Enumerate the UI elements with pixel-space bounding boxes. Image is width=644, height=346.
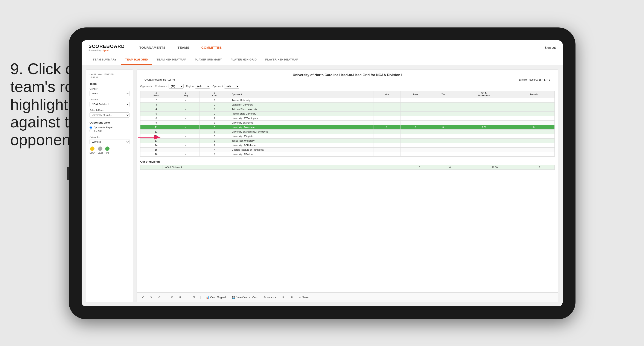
table-cell: 6 — [140, 111, 172, 116]
col-diff: Diff AvStrokes/Rnd — [455, 91, 513, 98]
out-of-div-row[interactable]: NCAA Division II 1 0 0 26.00 3 — [140, 165, 555, 170]
paste-btn[interactable]: ⊞ — [178, 295, 183, 300]
opponents-played-radio[interactable] — [90, 126, 92, 129]
share-btn[interactable]: ↗ Share — [297, 295, 310, 300]
table-cell: 3 — [200, 121, 230, 125]
table-cell — [431, 139, 455, 143]
watch-btn[interactable]: 👁 Watch ▾ — [262, 295, 278, 300]
table-cell — [400, 152, 431, 157]
table-cell: - — [172, 134, 200, 139]
undo-btn[interactable]: ↶ — [140, 295, 146, 300]
table-cell — [431, 121, 455, 125]
colour-by-select[interactable]: Win/loss — [90, 139, 130, 144]
overall-record-value: 89 - 17 - 0 — [163, 78, 175, 81]
region-filter-select[interactable]: (All) — [195, 84, 210, 89]
table-cell — [374, 107, 400, 111]
division-record-label: Division Record: — [519, 78, 538, 81]
sub-nav-team-h2h-grid[interactable]: TEAM H2H GRID — [121, 55, 152, 65]
gender-select[interactable]: Men's — [90, 91, 130, 96]
reset-btn[interactable]: ↺ — [156, 295, 162, 300]
opponent-view-section: Opponent View Opponents Played Top 100 — [90, 121, 130, 132]
table-cell: - — [172, 107, 200, 111]
table-row[interactable]: 12-3University of Virginia — [140, 134, 555, 139]
sub-nav-player-h2h-grid[interactable]: PLAYER H2H GRID — [226, 55, 261, 65]
table-row[interactable]: 4-1Arizona State University — [140, 107, 555, 111]
screen-btn[interactable]: 🖥 — [280, 295, 286, 300]
division-label: Division — [90, 98, 130, 101]
last-updated: Last Updated: 27/03/202416:55:38 — [90, 73, 130, 79]
table-cell — [431, 102, 455, 107]
table-row[interactable]: 9-3University of Arizona — [140, 121, 555, 125]
gender-label: Gender — [90, 87, 130, 90]
opponent-filter-select[interactable]: (All) — [224, 84, 239, 89]
out-of-div-label — [140, 165, 163, 170]
opponent-name-cell: University of Washington — [230, 116, 374, 121]
h2h-tbody: 2-1Auburn University3-2Vanderbilt Univer… — [140, 98, 555, 157]
opponent-name-cell: Vanderbilt University — [230, 102, 374, 107]
table-cell: - — [172, 139, 200, 143]
table-cell — [513, 152, 554, 157]
table-row[interactable]: 2-1Auburn University — [140, 98, 555, 102]
redo-btn[interactable]: ↷ — [148, 295, 154, 300]
sub-nav-team-h2h-heatmap[interactable]: TEAM H2H HEATMAP — [152, 55, 190, 65]
save-custom-view-btn[interactable]: 💾 Save Custom View — [230, 295, 260, 300]
sub-nav-team-summary[interactable]: TEAM SUMMARY — [88, 55, 121, 65]
table-cell: 2.61 — [455, 125, 513, 130]
table-cell — [374, 116, 400, 121]
table-cell — [513, 102, 554, 107]
table-cell — [455, 98, 513, 102]
division-record-value: 88 - 17 - 0 — [538, 78, 550, 81]
table-cell: 12 — [140, 134, 172, 139]
top100-radio[interactable] — [90, 130, 92, 132]
out-of-div-name: NCAA Division II — [163, 165, 374, 170]
conference-filter-select[interactable]: (All) — [168, 84, 184, 89]
table-cell — [513, 134, 554, 139]
table-row[interactable]: 8-2University of Washington — [140, 116, 555, 121]
table-row[interactable]: 13-1Texas Tech University — [140, 139, 555, 143]
table-cell — [431, 130, 455, 134]
table-row[interactable]: 11-5University of Alabama3002.618 — [140, 125, 555, 130]
table-cell — [455, 139, 513, 143]
division-record: Division Record: 88 - 17 - 0 — [519, 78, 550, 81]
grid-btn[interactable]: ⊞ — [289, 295, 294, 300]
table-cell — [374, 143, 400, 148]
tablet-screen: SCOREBOARD Powered by clippd TOURNAMENTS… — [82, 40, 562, 306]
table-row[interactable]: 11-6University of Arkansas, Fayetteville — [140, 130, 555, 134]
table-cell: - — [172, 116, 200, 121]
opponents-played-option[interactable]: Opponents Played — [90, 126, 130, 129]
table-cell — [513, 98, 554, 102]
table-cell — [455, 102, 513, 107]
copy-btn[interactable]: ⧉ — [170, 295, 175, 300]
table-cell — [374, 121, 400, 125]
table-cell — [374, 152, 400, 157]
view-original-btn[interactable]: 📊 View: Original — [204, 295, 228, 300]
opponent-name-cell: Florida State University — [230, 111, 374, 116]
clock-btn[interactable]: ⏱ — [191, 295, 197, 300]
table-cell — [431, 111, 455, 116]
table-cell: 14 — [140, 143, 172, 148]
table-row[interactable]: 3-2Vanderbilt University — [140, 102, 555, 107]
nav-committee[interactable]: COMMITTEE — [196, 40, 228, 55]
table-cell: 2 — [200, 111, 230, 116]
table-cell — [431, 143, 455, 148]
nav-tournaments[interactable]: TOURNAMENTS — [133, 40, 172, 55]
division-select[interactable]: NCAA Division I — [90, 102, 130, 107]
table-row[interactable]: 15-4Georgia Institute of Technology — [140, 148, 555, 152]
table-cell — [431, 134, 455, 139]
school-select[interactable]: University of Nort... — [90, 112, 130, 118]
sub-nav-player-summary[interactable]: PLAYER SUMMARY — [190, 55, 226, 65]
nav-teams[interactable]: TEAMS — [172, 40, 196, 55]
table-cell: - — [172, 121, 200, 125]
out-of-division-table: NCAA Division II 1 0 0 26.00 3 — [140, 165, 555, 170]
col-reg: #Reg — [172, 91, 200, 98]
table-row[interactable]: 14-2University of Oklahoma — [140, 143, 555, 148]
table-cell: 9 — [140, 121, 172, 125]
table-row[interactable]: 16-1University of Florida — [140, 152, 555, 157]
sub-nav-player-h2h-heatmap[interactable]: PLAYER H2H HEATMAP — [261, 55, 302, 65]
table-row[interactable]: 6-2Florida State University — [140, 111, 555, 116]
overall-record: Overall Record: 89 - 17 - 0 — [144, 78, 175, 81]
top100-option[interactable]: Top 100 — [90, 130, 130, 132]
region-filter-group: Region (All) — [186, 84, 210, 89]
sign-out-link[interactable]: Sign out — [545, 46, 556, 49]
table-cell — [513, 111, 554, 116]
